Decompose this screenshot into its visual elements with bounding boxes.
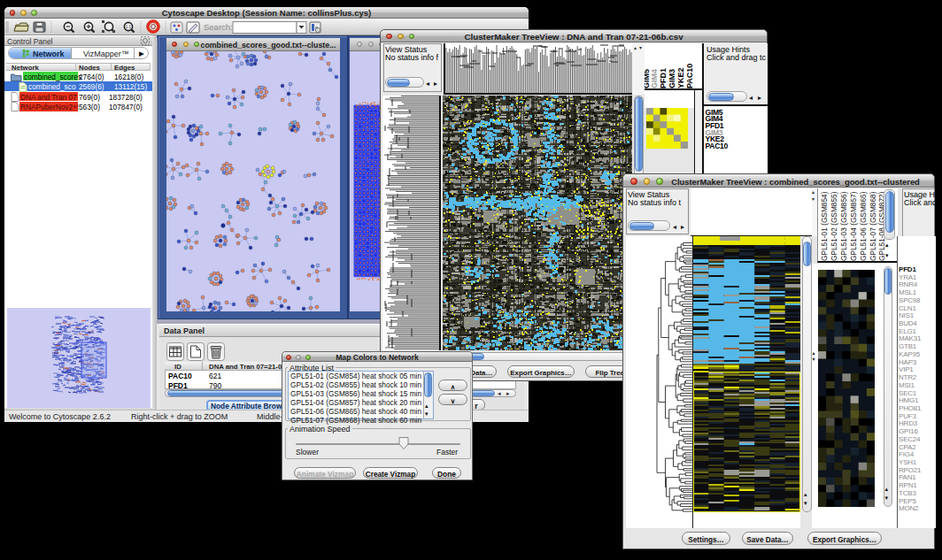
svg-text:YKE2: YKE2 [676, 67, 685, 88]
svg-text:GPL51-02 (GSM855): GPL51-02 (GSM855) [830, 191, 838, 261]
svg-text:PFD1: PFD1 [659, 68, 668, 88]
svg-text:GPL51-01 (GSM854): GPL51-01 (GSM854) [820, 191, 829, 261]
svg-text:PAC10: PAC10 [685, 64, 694, 88]
svg-text:Search:: Search: [204, 22, 233, 32]
svg-text:1:1: 1:1 [126, 25, 132, 29]
svg-text:GIM3: GIM3 [668, 69, 676, 88]
svg-text:GPL51-03 (GSM856): GPL51-03 (GSM856) [839, 191, 848, 261]
svg-text:GPL51-04 (GSM857): GPL51-04 (GSM857) [849, 191, 858, 261]
svg-text:GIM4: GIM4 [650, 69, 659, 88]
svg-text:GPL51-06 (GSM865): GPL51-06 (GSM865) [859, 191, 868, 261]
svg-text:GPL51-07 (GSM868): GPL51-07 (GSM868) [869, 191, 877, 261]
